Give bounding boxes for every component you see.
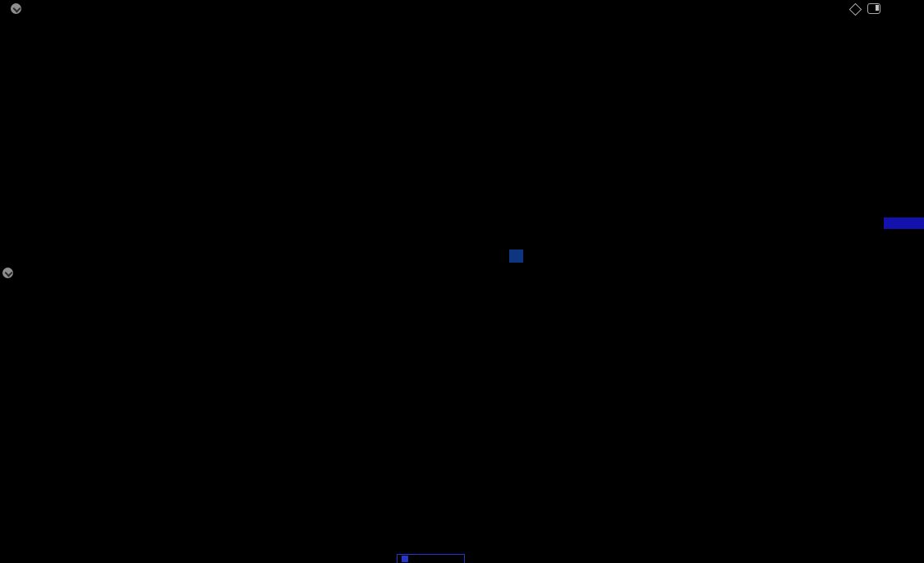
indicator-title-bar — [2, 267, 63, 279]
date-cursor — [402, 556, 408, 562]
last-value-tag — [884, 217, 924, 229]
chevron-circle-icon[interactable] — [2, 268, 13, 278]
layout-panel-icon[interactable] — [867, 3, 880, 14]
chevron-circle-icon[interactable] — [11, 3, 21, 14]
date-indicator[interactable] — [397, 554, 465, 563]
trading-app-window — [0, 0, 924, 563]
title-bar — [4, 2, 34, 15]
indicator-pane[interactable] — [0, 279, 883, 554]
candlestick-pane[interactable] — [0, 16, 883, 246]
cai-badge[interactable] — [509, 249, 523, 263]
